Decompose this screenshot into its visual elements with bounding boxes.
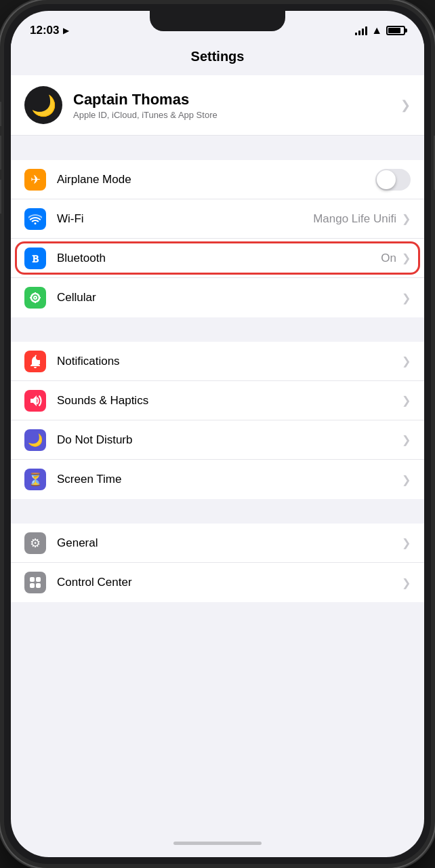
airplane-mode-row[interactable]: ✈ Airplane Mode <box>11 160 424 199</box>
battery-icon <box>386 26 405 35</box>
dnd-label: Do Not Disturb <box>57 433 402 447</box>
bluetooth-row[interactable]: ʙ Bluetooth On ❯ <box>11 239 424 278</box>
cellular-icon <box>24 287 46 309</box>
section-divider-2 <box>11 317 424 342</box>
bluetooth-label: Bluetooth <box>57 252 381 265</box>
wifi-row[interactable]: Wi-Fi Mango Life Unifi ❯ <box>11 199 424 239</box>
cellular-row[interactable]: Cellular ❯ <box>11 278 424 317</box>
profile-row[interactable]: 🌙 Captain Thomas Apple ID, iCloud, iTune… <box>11 75 424 136</box>
profile-left: 🌙 Captain Thomas Apple ID, iCloud, iTune… <box>24 86 218 124</box>
wifi-chevron: ❯ <box>402 212 411 225</box>
page-title: Settings <box>11 43 424 75</box>
avatar-icon: 🌙 <box>31 94 56 117</box>
sounds-icon <box>24 390 46 412</box>
general-chevron: ❯ <box>402 536 411 549</box>
phone-frame: 12:03 ▶ ▲ Settings <box>0 0 435 868</box>
settings-content[interactable]: 🌙 Captain Thomas Apple ID, iCloud, iTune… <box>11 75 424 854</box>
screen-time-chevron: ❯ <box>402 473 411 486</box>
bluetooth-icon: ʙ <box>24 248 46 269</box>
connectivity-group: ✈ Airplane Mode <box>11 160 424 317</box>
notifications-chevron: ❯ <box>402 355 411 368</box>
svg-rect-5 <box>30 583 35 588</box>
general-icon: ⚙ <box>24 532 46 554</box>
volume-down-button[interactable] <box>0 180 1 214</box>
home-indicator[interactable] <box>173 842 262 845</box>
sounds-label: Sounds & Haptics <box>57 394 402 408</box>
time-label: 12:03 <box>30 24 59 37</box>
profile-chevron: ❯ <box>400 98 411 113</box>
dnd-icon: 🌙 <box>24 429 46 451</box>
phone-inner: 12:03 ▶ ▲ Settings <box>4 4 431 864</box>
screen-time-icon: ⏳ <box>24 469 46 490</box>
wifi-value: Mango Life Unifi <box>313 212 396 226</box>
notifications-label: Notifications <box>57 355 402 368</box>
status-time: 12:03 ▶ <box>30 24 68 37</box>
cellular-label: Cellular <box>57 291 402 304</box>
sounds-row[interactable]: Sounds & Haptics ❯ <box>11 381 424 420</box>
airplane-mode-toggle[interactable] <box>375 169 411 191</box>
airplane-mode-icon: ✈ <box>24 169 46 191</box>
control-center-label: Control Center <box>57 576 402 589</box>
profile-section: 🌙 Captain Thomas Apple ID, iCloud, iTune… <box>11 75 424 136</box>
control-center-icon <box>24 572 46 593</box>
svg-point-0 <box>31 294 39 302</box>
wifi-label: Wi-Fi <box>57 212 313 226</box>
svg-point-2 <box>36 355 41 360</box>
notifications-row[interactable]: Notifications ❯ <box>11 342 424 381</box>
profile-subtitle: Apple ID, iCloud, iTunes & App Store <box>73 110 218 120</box>
avatar: 🌙 <box>24 86 62 124</box>
screen-time-row[interactable]: ⏳ Screen Time ❯ <box>11 460 424 499</box>
battery-fill <box>388 28 400 33</box>
sounds-chevron: ❯ <box>402 394 411 407</box>
cellular-chevron: ❯ <box>402 292 411 304</box>
profile-info: Captain Thomas Apple ID, iCloud, iTunes … <box>73 91 218 120</box>
bluetooth-value: On <box>381 252 396 265</box>
svg-rect-4 <box>36 577 41 582</box>
status-icons: ▲ <box>355 24 405 37</box>
section-divider-1 <box>11 136 424 160</box>
airplane-mode-label: Airplane Mode <box>57 173 375 186</box>
dnd-chevron: ❯ <box>402 433 411 446</box>
screen: 12:03 ▶ ▲ Settings <box>11 11 424 857</box>
general-label: General <box>57 536 402 550</box>
silent-switch[interactable] <box>0 102 1 126</box>
svg-rect-6 <box>36 583 41 588</box>
notifications-icon <box>24 351 46 372</box>
dnd-row[interactable]: 🌙 Do Not Disturb ❯ <box>11 420 424 460</box>
volume-up-button[interactable] <box>0 136 1 170</box>
section-divider-3 <box>11 499 424 524</box>
screen-time-label: Screen Time <box>57 473 402 486</box>
signal-icon <box>355 26 367 35</box>
bluetooth-chevron: ❯ <box>402 252 411 264</box>
svg-point-1 <box>34 296 37 299</box>
notch <box>150 11 285 31</box>
profile-name: Captain Thomas <box>73 91 218 108</box>
bottom-spacer <box>11 602 424 643</box>
notifications-group: Notifications ❯ Sounds & Haptics <box>11 342 424 499</box>
location-arrow-icon: ▶ <box>63 26 68 35</box>
general-row[interactable]: ⚙ General ❯ <box>11 524 424 563</box>
wifi-icon: ▲ <box>371 24 382 37</box>
svg-rect-3 <box>30 577 35 582</box>
control-center-chevron: ❯ <box>402 576 411 589</box>
general-group: ⚙ General ❯ <box>11 524 424 602</box>
wifi-settings-icon <box>24 208 46 230</box>
toggle-knob <box>377 170 396 189</box>
control-center-row[interactable]: Control Center ❯ <box>11 563 424 602</box>
